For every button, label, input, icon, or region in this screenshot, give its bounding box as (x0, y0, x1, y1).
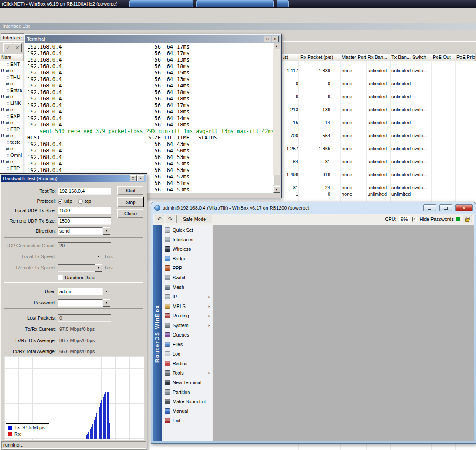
close-button[interactable]: × (455, 204, 473, 211)
minimize-button[interactable] (423, 204, 436, 211)
close-button[interactable]: Close (117, 209, 143, 218)
sidebar-item-bridge[interactable]: Bridge (162, 254, 212, 263)
disable-interface-button[interactable]: ✕ (13, 43, 22, 52)
column-header-poe-out[interactable]: PoE Out (431, 54, 455, 61)
column-header-tx-packet[interactable]: /s) (282, 54, 299, 61)
tcp-count-label: TCP Connection Count: (1, 243, 56, 248)
start-button[interactable]: Start (117, 186, 143, 195)
close-icon: × (463, 205, 465, 210)
stop-button[interactable]: Stop (117, 197, 143, 207)
sidebar-item-switch[interactable]: Switch (162, 273, 212, 282)
undo-button[interactable]: ↶ (155, 215, 164, 223)
ping-result-line: 192.168.0.4566414ms (27, 83, 273, 89)
taskbar-button-3[interactable] (277, 0, 289, 7)
scrollbar-thumb[interactable] (273, 175, 280, 185)
enable-interface-button[interactable]: ✓ (3, 43, 12, 52)
scroll-down-button[interactable]: ▼ (273, 186, 280, 193)
password-dropdown-button[interactable]: ▼ (103, 299, 110, 307)
close-button[interactable]: × (137, 175, 144, 181)
direction-label: Direction: (1, 228, 56, 233)
column-header-tx-bandwidth[interactable]: Tx Ban... (390, 54, 411, 61)
maximize-button[interactable] (439, 204, 452, 211)
column-header-rx-packet[interactable]: Rx Packet (p/s) (299, 54, 340, 61)
taskbar-button-2[interactable] (196, 0, 274, 7)
interface-list-caption[interactable]: Interface List (0, 23, 476, 30)
field-row-password: Password: ▼ (1, 298, 110, 307)
sidebar-item-interfaces[interactable]: Interfaces (162, 235, 212, 244)
down-arrow-icon: ▼ (275, 188, 278, 191)
direction-dropdown-button[interactable]: ▼ (103, 227, 110, 235)
scrollbar[interactable]: ▲ ▼ (273, 43, 280, 193)
menu-item-label: Log (173, 351, 180, 356)
rx-packet-cell: 24 (299, 185, 330, 191)
password-label: Password: (1, 300, 56, 305)
tx-bandwidth-cell: unlimited (391, 159, 411, 165)
chevron-down-icon: ▼ (98, 255, 100, 258)
user-dropdown-button[interactable]: ▼ (103, 288, 110, 295)
close-button[interactable]: × (272, 36, 279, 42)
sidebar-item-new-terminal[interactable]: New Terminal (162, 378, 212, 387)
test-to-input[interactable]: 192.168.0.4 (58, 188, 111, 195)
ppp-icon (165, 265, 170, 271)
protocol-tcp-radio[interactable] (78, 199, 83, 204)
sidebar-item-exit[interactable]: Exit (162, 416, 212, 425)
sidebar-item-mesh[interactable]: Mesh (162, 282, 212, 292)
sidebar-item-log[interactable]: Log (162, 349, 212, 359)
rx-packet-cell: 136 (299, 107, 330, 113)
local-udp-size-input[interactable]: 1500 (58, 207, 111, 214)
chevron-down-icon: ▼ (105, 301, 108, 304)
rx-bandwidth-cell: unlimited (368, 94, 390, 100)
hide-passwords-checkbox[interactable]: ✓ (412, 217, 417, 222)
main-window-title: (ClickNET) - WinBox v6.19 on RB1100AHx2 … (2, 1, 117, 6)
terminal-titlebar[interactable]: Terminal □ × (25, 35, 280, 43)
sidebar-item-ppp[interactable]: PPP (162, 263, 212, 273)
tx-bandwidth-cell: unlimited (391, 172, 411, 178)
switch-cell: switc... (412, 133, 431, 139)
lock-button[interactable] (463, 215, 472, 223)
taskbar-button-1[interactable] (129, 0, 193, 7)
sidebar-item-files[interactable]: Files (162, 340, 212, 349)
sidebar-item-make-supout[interactable]: Make Supout.rif (162, 397, 212, 406)
column-header-switch[interactable]: Switch (411, 54, 431, 61)
ping-result-line: 192.168.0.4566443ms (27, 141, 273, 148)
random-data-checkbox[interactable] (58, 275, 63, 280)
column-header-master-port[interactable]: Master Port (340, 54, 366, 61)
scroll-up-button[interactable]: ▲ (273, 43, 280, 49)
redo-button[interactable]: ↷ (166, 215, 175, 223)
tab-interface[interactable]: Interface (1, 33, 24, 42)
menu-item-label: Bridge (173, 256, 186, 261)
field-row-tcp-count: TCP Connection Count: 20 (1, 241, 111, 250)
new-terminal-icon (165, 380, 170, 385)
sidebar-item-quick-set[interactable]: Quick Set (162, 225, 212, 235)
sidebar-item-ip[interactable]: IP ▸ (162, 292, 212, 301)
sidebar-item-wireless[interactable]: Wireless (162, 244, 212, 254)
protocol-udp-radio[interactable] (58, 199, 62, 204)
bandwidth-test-titlebar[interactable]: Bandwidth Test (Running) □ × (1, 175, 146, 182)
check-icon: ✓ (413, 217, 416, 221)
sidebar-item-queues[interactable]: Queues (162, 330, 212, 340)
safe-mode-button[interactable]: Safe Mode (176, 215, 212, 223)
window-titlebar[interactable]: admin@192.168.0.4 (MikroTik) - WinBox v6… (153, 202, 474, 214)
password-input[interactable] (58, 299, 103, 307)
main-content-area (213, 225, 474, 441)
column-header-poe-priority[interactable]: PoE Prio (455, 54, 476, 61)
sidebar-item-manual[interactable]: Manual (162, 406, 212, 416)
main-window-titlebar[interactable]: (ClickNET) - WinBox v6.19 on RB1100AHx2 … (0, 0, 476, 8)
sidebar-item-system[interactable]: System ▸ (162, 321, 212, 330)
direction-select[interactable]: send (58, 227, 103, 235)
column-header-name[interactable]: Nam (0, 54, 24, 61)
sidebar-item-mpls[interactable]: MPLS ▸ (162, 301, 212, 311)
remote-udp-size-input[interactable]: 1500 (58, 217, 111, 225)
sidebar-item-routing[interactable]: Routing ▸ (162, 311, 212, 321)
restore-button[interactable]: □ (130, 175, 137, 181)
restore-button[interactable]: □ (264, 36, 271, 42)
sidebar-item-partition[interactable]: Partition (162, 387, 212, 397)
terminal-output[interactable]: 192.168.0.4566417ms 192.168.0.4566417ms … (25, 43, 273, 193)
partition-icon (165, 389, 170, 395)
graph-bar (101, 400, 102, 439)
user-input[interactable]: admin (58, 288, 103, 295)
sidebar-item-radius[interactable]: Radius (162, 359, 212, 368)
rx-packet-cell: 1 338 (299, 68, 330, 74)
sidebar-item-tools[interactable]: Tools ▸ (162, 368, 212, 378)
column-header-rx-bandwidth[interactable]: Rx Ban... (366, 54, 390, 61)
